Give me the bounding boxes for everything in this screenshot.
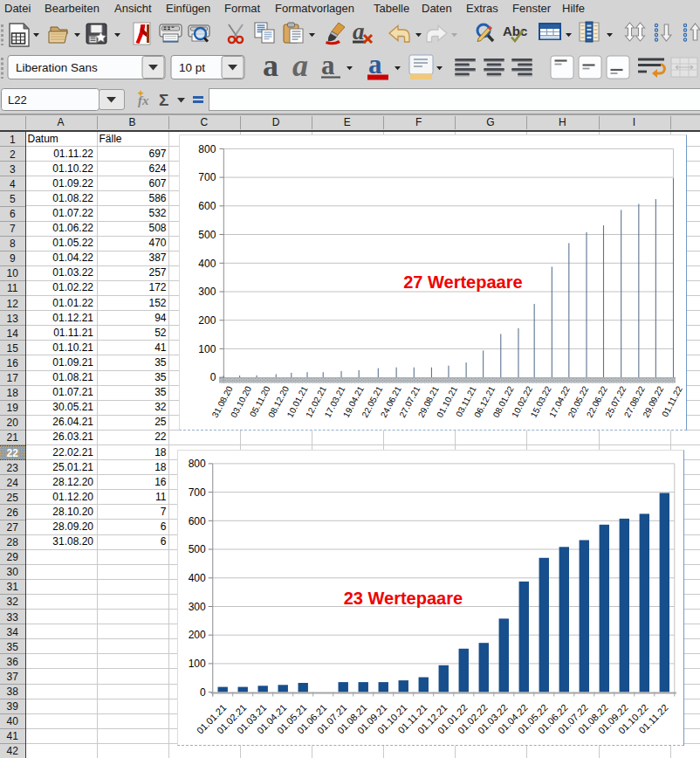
- svg-text:200: 200: [189, 629, 206, 641]
- svg-text:L22: L22: [8, 93, 27, 107]
- svg-text:Abc: Abc: [503, 24, 527, 38]
- svg-text:800: 800: [189, 458, 206, 470]
- svg-text:600: 600: [198, 200, 216, 212]
- svg-text:10 pt: 10 pt: [179, 61, 205, 74]
- svg-text:23 Wertepaare: 23 Wertepaare: [344, 589, 463, 608]
- svg-text:0: 0: [200, 686, 206, 698]
- svg-text:500: 500: [189, 543, 206, 555]
- svg-text:100: 100: [198, 343, 216, 355]
- svg-text:200: 200: [198, 314, 216, 327]
- svg-text:100: 100: [189, 658, 206, 670]
- svg-text:700: 700: [189, 486, 206, 498]
- svg-text:700: 700: [198, 171, 216, 183]
- svg-text:300: 300: [198, 286, 216, 298]
- svg-text:a: a: [263, 48, 278, 83]
- svg-text:Liberation Sans: Liberation Sans: [16, 61, 98, 74]
- svg-text:Σ: Σ: [159, 91, 168, 109]
- svg-text:0: 0: [209, 371, 216, 383]
- svg-text:400: 400: [198, 258, 216, 270]
- svg-text:fx: fx: [138, 93, 149, 107]
- svg-text:400: 400: [189, 572, 206, 584]
- svg-text:a: a: [321, 50, 335, 80]
- svg-text:800: 800: [198, 143, 216, 155]
- svg-text:600: 600: [189, 514, 206, 527]
- svg-text:500: 500: [198, 229, 216, 241]
- svg-text:27 Wertepaare: 27 Wertepaare: [403, 272, 522, 292]
- svg-text:a: a: [292, 48, 308, 83]
- svg-text:300: 300: [189, 600, 206, 612]
